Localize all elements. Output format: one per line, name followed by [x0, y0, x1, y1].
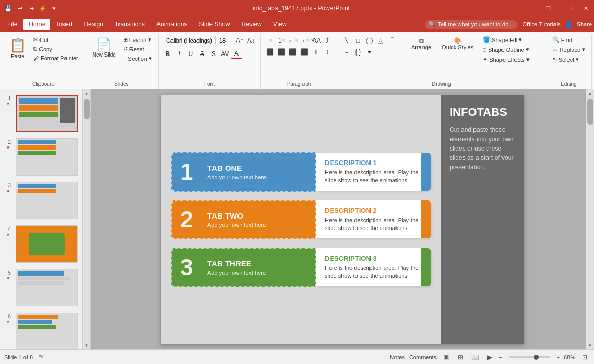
scroll-down-arrow[interactable]: ▼ — [83, 341, 91, 349]
reading-view-btn[interactable]: 📖 — [470, 352, 480, 362]
scroll-thumb[interactable] — [84, 99, 90, 119]
text-direction-button[interactable]: ⟲A — [311, 35, 321, 46]
shadow-button[interactable]: S — [208, 49, 219, 59]
zoom-minus[interactable]: − — [499, 354, 502, 360]
menu-home[interactable]: Home — [23, 19, 50, 30]
shape-7[interactable]: { } — [353, 47, 363, 57]
slide-sorter-btn[interactable]: ⊞ — [455, 352, 466, 362]
shape-fill-button[interactable]: 🪣 Shape Fill ▾ — [481, 35, 531, 44]
font-family-selector[interactable]: Calibri (Headings) — [163, 36, 216, 45]
paste-button[interactable]: 📋 Paste — [6, 35, 29, 61]
tab-item-1[interactable]: 1 TAB ONE Add your own text here DESCRIP… — [171, 152, 431, 192]
fit-window-btn[interactable]: ⊡ — [579, 352, 590, 362]
increase-font-btn[interactable]: A↑ — [234, 35, 245, 46]
slide-thumb-5[interactable]: 5 ★ — [2, 268, 80, 307]
copy-button[interactable]: ⧉ Copy — [31, 45, 81, 53]
justify-button[interactable]: ⬛ — [299, 47, 310, 57]
quick-styles-button[interactable]: 🎨 Quick Styles — [439, 35, 477, 52]
arrange-button[interactable]: ⧉ Arrange — [408, 35, 434, 52]
comments-button[interactable]: Comments — [409, 354, 437, 360]
font-color-button[interactable]: A — [231, 49, 242, 59]
strikethrough-button[interactable]: S — [197, 49, 207, 59]
decrease-font-btn[interactable]: A↓ — [246, 35, 256, 46]
menu-file[interactable]: File — [2, 19, 22, 30]
undo-icon[interactable]: ↩ — [16, 4, 24, 12]
bold-button[interactable]: B — [163, 49, 173, 59]
normal-view-btn[interactable]: ▣ — [441, 352, 451, 362]
reset-button[interactable]: ↺ Reset — [121, 45, 154, 53]
shape-6[interactable]: ⌣ — [341, 47, 352, 57]
font-size-input[interactable]: 18 — [217, 36, 233, 45]
shape-3[interactable]: ◯ — [364, 35, 375, 46]
find-button[interactable]: 🔍 Find — [550, 35, 574, 44]
redo-icon[interactable]: ↪ — [27, 4, 35, 12]
shape-5[interactable]: ⌒ — [387, 35, 398, 46]
new-slide-button[interactable]: 📄 New Slide — [89, 35, 119, 60]
vscroll-up[interactable]: ▲ — [586, 89, 595, 98]
minimize-icon[interactable]: — — [557, 4, 565, 12]
arrange-icon: ⧉ — [419, 37, 424, 44]
shape-effects-button[interactable]: ✦ Shape Effects ▾ — [481, 55, 531, 64]
slideshow-btn[interactable]: ▶ — [484, 352, 495, 362]
columns-button[interactable]: ⫴ — [311, 47, 321, 57]
underline-button[interactable]: U — [186, 49, 196, 59]
tab-desc-title-1: DESCRIPTION 1 — [325, 159, 423, 167]
maximize-icon[interactable]: □ — [569, 4, 577, 12]
tab-item-3[interactable]: 3 TAB THREE Add your own text here DESCR… — [171, 248, 431, 287]
numbering-button[interactable]: 1≡ — [276, 35, 287, 46]
restore-icon[interactable]: ❐ — [544, 4, 552, 12]
office-tutorials-link[interactable]: Office Tutorials — [522, 21, 560, 28]
menu-design[interactable]: Design — [78, 19, 108, 30]
slide-thumb-6[interactable]: 6 ★ — [2, 312, 80, 349]
decrease-indent-button[interactable]: ←≡ — [288, 35, 298, 46]
save-icon[interactable]: 💾 — [4, 4, 12, 12]
search-bar[interactable]: 🔍 Tell me what you want to do... — [425, 20, 518, 29]
menu-insert[interactable]: Insert — [51, 19, 77, 30]
bullets-button[interactable]: ≡ — [265, 35, 275, 46]
shape-outline-button[interactable]: □ Shape Outline ▾ — [481, 45, 531, 54]
increase-indent-button[interactable]: →≡ — [299, 35, 310, 46]
more-shapes[interactable]: ▾ — [364, 47, 375, 57]
vscroll-down[interactable]: ▼ — [586, 341, 595, 349]
slide-thumb-3[interactable]: 3 ★ — [2, 181, 80, 220]
align-center-button[interactable]: ⬛ — [276, 47, 287, 57]
zoom-thumb[interactable] — [534, 355, 539, 360]
scroll-up-arrow[interactable]: ▲ — [83, 89, 91, 98]
new-slide-label: New Slide — [93, 52, 116, 58]
layout-button[interactable]: ⊞ Layout ▾ — [121, 35, 154, 44]
slide-thumb-2[interactable]: 2 ★ — [2, 137, 80, 177]
format-painter-button[interactable]: 🖌 Format Painter — [31, 54, 81, 62]
shape-2[interactable]: □ — [353, 35, 363, 46]
share-button[interactable]: Share — [577, 21, 592, 28]
replace-button[interactable]: ↔ Replace ▾ — [550, 45, 587, 54]
char-spacing-button[interactable]: AV — [220, 49, 230, 59]
notes-button[interactable]: Notes — [390, 354, 405, 360]
slide-edit-icon[interactable]: ✎ — [39, 354, 44, 360]
shape-4[interactable]: △ — [376, 35, 386, 46]
cut-button[interactable]: ✂ Cut — [31, 35, 81, 44]
menu-transitions[interactable]: Transitions — [110, 19, 150, 30]
vscroll-thumb[interactable] — [587, 99, 593, 125]
menu-animations[interactable]: Animations — [151, 19, 192, 30]
slide-thumb-1[interactable]: 1 ★ — [2, 93, 80, 133]
close-icon[interactable]: ✕ — [582, 4, 590, 12]
menu-slideshow[interactable]: Slide Show — [193, 19, 235, 30]
select-button[interactable]: ↖ Select ▾ — [550, 55, 582, 64]
slide-thumb-4[interactable]: 4 ★ — [2, 224, 80, 264]
section-button[interactable]: ≡ Section ▾ — [121, 54, 154, 63]
menu-view[interactable]: View — [268, 19, 292, 30]
align-right-button[interactable]: ⬛ — [288, 47, 298, 57]
editing-content: 🔍 Find ↔ Replace ▾ ↖ Select ▾ — [550, 35, 587, 81]
zoom-plus[interactable]: + — [557, 354, 560, 360]
zoom-slider[interactable] — [509, 356, 550, 358]
italic-button[interactable]: I — [174, 49, 184, 59]
convert-smartart-button[interactable]: ⤴ — [322, 35, 333, 46]
repair-icon[interactable]: ⚡ — [38, 4, 47, 12]
tab-item-2[interactable]: 2 TAB TWO Add your own text here DESCRIP… — [171, 200, 431, 239]
shape-1[interactable]: ╲ — [341, 35, 352, 46]
align-left-button[interactable]: ⬛ — [265, 47, 275, 57]
line-spacing-button[interactable]: ↕ — [322, 47, 333, 57]
zoom-level[interactable]: 68% — [564, 354, 575, 360]
menu-review[interactable]: Review — [236, 19, 267, 30]
dropdown-icon[interactable]: ▾ — [50, 4, 58, 12]
